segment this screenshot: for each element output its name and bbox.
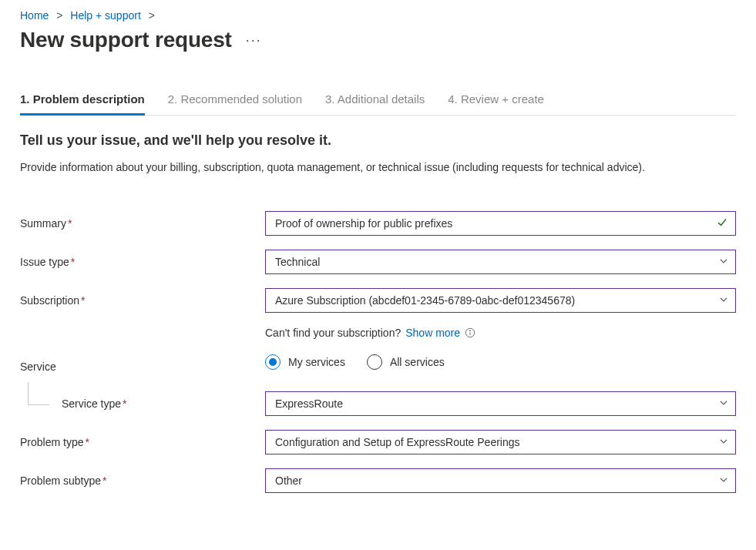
subscription-select[interactable]: Azure Subscription (abcdef01-2345-6789-0… (265, 288, 736, 313)
service-type-select[interactable]: ExpressRoute (265, 391, 736, 416)
problem-type-select[interactable]: Configuration and Setup of ExpressRoute … (265, 430, 736, 454)
svg-point-1 (470, 330, 471, 331)
required-indicator: * (71, 256, 75, 268)
radio-icon (265, 354, 281, 370)
label-summary-text: Summary (20, 217, 66, 230)
breadcrumb-home[interactable]: Home (20, 9, 49, 22)
breadcrumb-sep: > (149, 9, 155, 22)
section-description: Provide information about your billing, … (20, 159, 729, 176)
label-subscription-text: Subscription (20, 294, 79, 307)
issue-type-select[interactable]: Technical (265, 250, 736, 274)
label-service: Service (20, 356, 265, 373)
tab-recommended-solution[interactable]: 2. Recommended solution (168, 89, 302, 115)
label-subscription: Subscription* (20, 294, 265, 307)
section-heading: Tell us your issue, and we'll help you r… (20, 132, 736, 149)
row-subscription: Subscription* Azure Subscription (abcdef… (20, 288, 736, 313)
info-icon (465, 327, 475, 338)
row-issue-type: Issue type* Technical (20, 250, 736, 274)
radio-icon (367, 354, 382, 370)
row-problem-type: Problem type* Configuration and Setup of… (20, 430, 736, 454)
label-problem-subtype: Problem subtype* (20, 475, 265, 487)
label-problem-subtype-text: Problem subtype (20, 475, 101, 487)
row-service-type: Service type* ExpressRoute (20, 391, 736, 416)
label-service-text: Service (20, 361, 56, 373)
radio-my-services[interactable]: My services (265, 354, 345, 370)
row-problem-subtype: Problem subtype* Other (20, 468, 736, 493)
radio-all-services[interactable]: All services (367, 354, 445, 370)
label-issue-type: Issue type* (20, 256, 265, 268)
row-summary: Summary* Proof of ownership for public p… (20, 211, 736, 236)
required-indicator: * (123, 397, 126, 410)
breadcrumb: Home > Help + support > (20, 9, 736, 22)
label-problem-type-text: Problem type (20, 436, 83, 448)
breadcrumb-sep: > (56, 9, 62, 22)
title-row: New support request ··· (20, 28, 736, 52)
show-more-link[interactable]: Show more (405, 327, 460, 339)
label-issue-type-text: Issue type (20, 256, 69, 268)
required-indicator: * (102, 475, 106, 487)
helper-text: Can't find your subscription? (265, 327, 401, 339)
tree-line-icon (28, 382, 49, 405)
radio-all-services-label: All services (390, 356, 445, 368)
tab-additional-details[interactable]: 3. Additional details (325, 89, 425, 115)
summary-input[interactable]: Proof of ownership for public prefixes (265, 211, 736, 236)
radio-my-services-label: My services (288, 356, 345, 368)
label-problem-type: Problem type* (20, 436, 265, 448)
service-radio-group: My services All services (265, 354, 736, 370)
problem-subtype-select[interactable]: Other (265, 468, 736, 493)
page-title: New support request (20, 28, 232, 52)
more-icon[interactable]: ··· (246, 32, 262, 49)
required-indicator: * (85, 436, 89, 448)
subscription-helper: Can't find your subscription? Show more (265, 327, 736, 339)
label-service-type: Service type* (20, 397, 265, 410)
tab-problem-description[interactable]: 1. Problem description (20, 89, 145, 116)
required-indicator: * (81, 294, 85, 307)
label-service-type-text: Service type (62, 397, 121, 410)
tabs: 1. Problem description 2. Recommended so… (20, 89, 736, 116)
required-indicator: * (68, 217, 72, 230)
label-summary: Summary* (20, 217, 265, 230)
breadcrumb-help-support[interactable]: Help + support (70, 9, 140, 22)
tab-review-create[interactable]: 4. Review + create (448, 89, 544, 115)
